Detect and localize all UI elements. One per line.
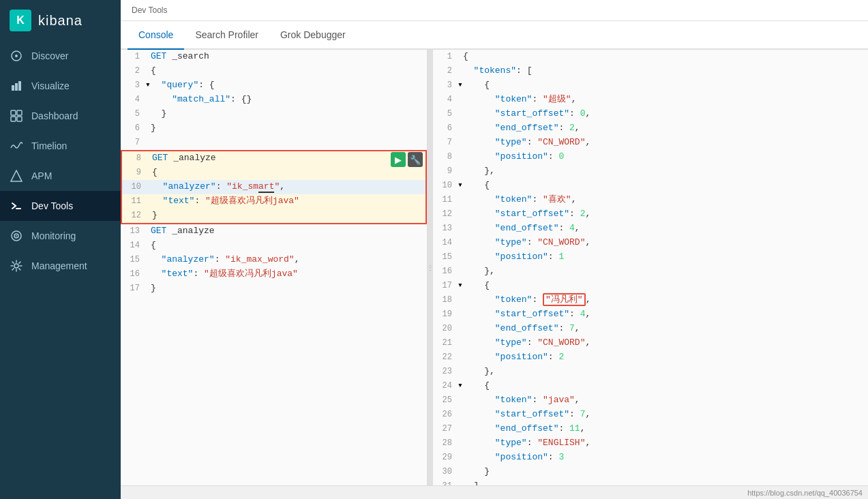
tab-search-profiler[interactable]: Search Profiler	[184, 21, 269, 50]
left-line-9: 9 {	[122, 166, 425, 180]
apm-icon	[10, 169, 23, 183]
right-line-6: 6 "end_offset": 2,	[433, 121, 868, 136]
right-line-31: 31 ]	[433, 479, 868, 485]
logo-area: K kibana	[0, 0, 121, 41]
sidebar-item-devtools[interactable]: Dev Tools	[0, 191, 121, 221]
sidebar-item-dashboard-label: Dashboard	[31, 110, 78, 121]
left-line-2: 2 {	[121, 64, 427, 78]
right-line-9: 9 },	[433, 164, 868, 179]
right-editor-pane[interactable]: 1 { 2 "tokens": [ 3 ▾ {	[433, 50, 868, 485]
right-line-8: 8 "position": 0	[433, 150, 868, 164]
right-line-29: 29 "position": 3	[433, 451, 868, 465]
sidebar-item-timelion-label: Timelion	[31, 140, 67, 151]
right-line-22: 22 "position": 2	[433, 350, 868, 365]
tabs-bar: Console Search Profiler Grok Debugger	[121, 21, 868, 50]
right-line-30: 30 }	[433, 465, 868, 479]
right-line-11: 11 "token": "喜欢",	[433, 193, 868, 207]
sidebar: K kibana Discover Visualize	[0, 0, 121, 499]
right-line-27: 27 "end_offset": 11,	[433, 422, 868, 436]
left-line-7: 7	[121, 136, 427, 150]
svg-rect-7	[11, 117, 16, 121]
left-line-3: 3 ▾ "query": {	[121, 78, 427, 93]
right-line-5: 5 "start_offset": 0,	[433, 107, 868, 121]
right-line-24: 24 ▾ {	[433, 379, 868, 393]
run-button[interactable]: ▶	[391, 152, 406, 167]
left-line-11: 11 "text": "超级喜欢冯凡利java"	[122, 194, 425, 209]
left-line-4: 4 "match_all": {}	[121, 93, 427, 107]
right-line-15: 15 "position": 1	[433, 250, 868, 264]
top-bar-title: Dev Tools	[132, 5, 167, 15]
sidebar-item-management-label: Management	[31, 260, 87, 271]
right-line-12: 12 "start_offset": 2,	[433, 207, 868, 222]
right-line-1: 1 {	[433, 50, 868, 64]
sidebar-item-discover-label: Discover	[31, 50, 68, 61]
right-line-26: 26 "start_offset": 7,	[433, 408, 868, 422]
left-line-12: 12 }	[122, 209, 425, 223]
left-code-editor[interactable]: 1 GET _search 2 { 3 ▾ "query": {	[121, 50, 427, 296]
right-line-18: 18 "token": "冯凡利",	[433, 293, 868, 307]
tab-grok-debugger[interactable]: Grok Debugger	[269, 21, 357, 50]
sidebar-item-devtools-label: Dev Tools	[31, 200, 73, 211]
left-line-17: 17 }	[121, 282, 427, 296]
svg-point-14	[14, 264, 18, 268]
sidebar-item-visualize[interactable]: Visualize	[0, 71, 121, 101]
sidebar-item-visualize-label: Visualize	[31, 80, 70, 91]
left-line-16: 16 "text": "超级喜欢冯凡利java"	[121, 267, 427, 282]
right-line-21: 21 "type": "CN_WORD",	[433, 336, 868, 350]
right-line-28: 28 "type": "ENGLISH",	[433, 436, 868, 451]
visualize-icon	[10, 79, 23, 93]
sidebar-item-apm[interactable]: APM	[0, 161, 121, 191]
sidebar-item-discover[interactable]: Discover	[0, 41, 121, 71]
left-line-15: 15 "analyzer": "ik_max_word",	[121, 253, 427, 267]
sidebar-item-dashboard[interactable]: Dashboard	[0, 101, 121, 131]
right-line-2: 2 "tokens": [	[433, 64, 868, 78]
right-line-14: 14 "type": "CN_WORD",	[433, 236, 868, 250]
sidebar-item-timelion[interactable]: Timelion	[0, 131, 121, 161]
left-line-8: 8 GET _analyze	[122, 151, 425, 166]
left-line-10: 10 "analyzer": "ik_smart",	[122, 180, 425, 194]
left-editor-pane[interactable]: 1 GET _search 2 { 3 ▾ "query": {	[121, 50, 428, 485]
editor-area: 1 GET _search 2 { 3 ▾ "query": {	[121, 50, 868, 485]
svg-rect-4	[18, 81, 21, 91]
svg-marker-9	[11, 170, 22, 181]
left-line-1: 1 GET _search	[121, 50, 427, 64]
devtools-icon	[10, 199, 23, 213]
management-icon	[10, 259, 23, 273]
status-bar-url: https://blog.csdn.net/qq_40036754	[747, 489, 863, 497]
right-line-25: 25 "token": "java",	[433, 393, 868, 408]
svg-point-13	[16, 235, 17, 237]
right-line-3: 3 ▾ {	[433, 78, 868, 93]
tab-console[interactable]: Console	[128, 21, 184, 50]
main-content: Dev Tools Console Search Profiler Grok D…	[121, 0, 868, 499]
right-line-4: 4 "token": "超级",	[433, 93, 868, 107]
sidebar-item-monitoring[interactable]: Monitoring	[0, 221, 121, 251]
editor-divider[interactable]: ⋮	[428, 50, 433, 485]
wrench-button[interactable]: 🔧	[408, 152, 423, 167]
status-bar: https://blog.csdn.net/qq_40036754	[121, 485, 868, 499]
right-line-10: 10 ▾ {	[433, 179, 868, 193]
monitoring-icon	[10, 229, 23, 243]
left-line-6: 6 }	[121, 121, 427, 136]
right-line-23: 23 },	[433, 365, 868, 379]
kibana-logo-text: kibana	[38, 13, 83, 29]
svg-rect-8	[17, 117, 22, 121]
left-line-5: 5 }	[121, 107, 427, 121]
svg-rect-3	[15, 83, 18, 91]
right-code-editor: 1 { 2 "tokens": [ 3 ▾ {	[433, 50, 868, 485]
top-bar: Dev Tools	[121, 0, 868, 21]
right-line-19: 19 "start_offset": 4,	[433, 307, 868, 322]
discover-icon	[10, 49, 23, 63]
sidebar-item-apm-label: APM	[31, 170, 52, 181]
right-line-17: 17 ▾ {	[433, 279, 868, 293]
sidebar-item-monitoring-label: Monitoring	[31, 230, 76, 241]
right-line-13: 13 "end_offset": 4,	[433, 222, 868, 236]
timelion-icon	[10, 139, 23, 153]
dashboard-icon	[10, 109, 23, 123]
sidebar-item-management[interactable]: Management	[0, 251, 121, 281]
right-line-16: 16 },	[433, 264, 868, 279]
kibana-logo-icon: K	[10, 10, 31, 31]
svg-rect-5	[11, 110, 16, 115]
nav-items: Discover Visualize Dashboar	[0, 41, 121, 281]
svg-rect-6	[17, 110, 22, 115]
svg-point-1	[15, 55, 18, 57]
